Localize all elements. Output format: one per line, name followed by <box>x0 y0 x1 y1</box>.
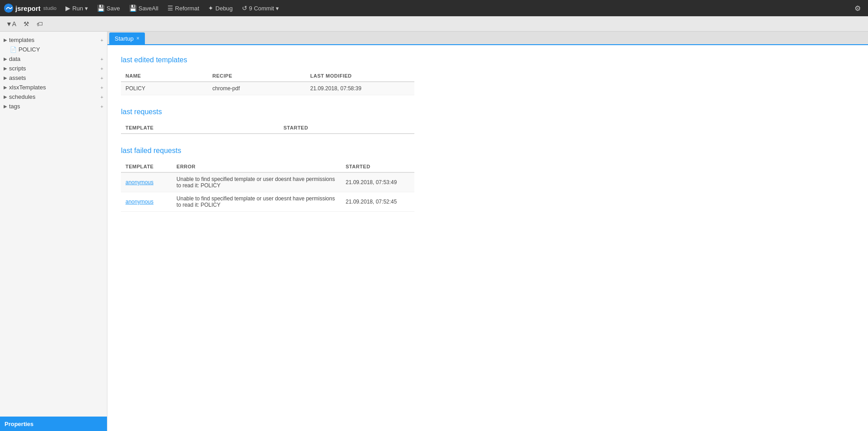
settings-button[interactable]: ⚙ <box>851 2 864 14</box>
save-button[interactable]: 💾 Save <box>93 3 124 14</box>
anonymous-link-1[interactable]: anonymous <box>125 179 153 185</box>
logo-icon <box>4 3 14 13</box>
sidebar-item-label: xlsxTemplates <box>9 84 99 91</box>
last-edited-header-row: NAME RECIPE LAST MODIFIED <box>121 70 414 82</box>
col-header-fail-started: STARTED <box>341 161 414 172</box>
last-failed-table: TEMPLATE ERROR STARTED anonymous Unable … <box>121 161 414 212</box>
tag-icon-button[interactable]: 🏷 <box>34 19 45 29</box>
app-studio: studio <box>43 5 56 11</box>
arrow-icon: ▶ <box>4 104 7 109</box>
cell-fail-started: 21.09.2018, 07:52:45 <box>341 192 414 212</box>
run-dropdown-icon: ▾ <box>85 5 88 12</box>
save-icon: 💾 <box>97 5 105 12</box>
sidebar-item-schedules[interactable]: ▶ schedules + <box>0 92 107 102</box>
app-name: jsreport <box>15 5 41 12</box>
col-header-fail-template: TEMPLATE <box>121 161 172 172</box>
saveall-button[interactable]: 💾 SaveAll <box>125 3 162 14</box>
toolbar: jsreport studio ▶ Run ▾ 💾 Save 💾 SaveAll… <box>0 0 868 16</box>
properties-panel[interactable]: Properties <box>0 417 107 431</box>
filter-icon-button[interactable]: ▼A <box>4 19 19 29</box>
sidebar-item-label: data <box>9 56 99 62</box>
app-logo: jsreport studio <box>4 3 56 13</box>
content-area: Startup × last edited templates NAME REC… <box>107 32 868 431</box>
cell-fail-error: Unable to find specified template or use… <box>172 192 341 212</box>
debug-icon: ✦ <box>208 5 214 12</box>
last-requests-table: TEMPLATE STARTED <box>121 122 414 134</box>
cell-recipe: chrome-pdf <box>208 82 306 95</box>
col-header-fail-error: ERROR <box>172 161 341 172</box>
startup-tab[interactable]: Startup × <box>109 32 145 44</box>
cell-name: POLICY <box>121 82 208 95</box>
col-header-lastmod: LAST MODIFIED <box>306 70 414 82</box>
sidebar-item-label: scripts <box>9 65 99 72</box>
cell-lastmod: 21.09.2018, 07:58:39 <box>306 82 414 95</box>
sidebar-item-templates[interactable]: ▶ templates + <box>0 35 107 45</box>
main-layout: ▶ templates + 📄 POLICY ▶ data + ▶ script… <box>0 32 868 431</box>
tools-icon-button[interactable]: ⚒ <box>21 19 32 29</box>
commit-icon: ↺ <box>242 5 247 12</box>
filter-icon: ▼A <box>6 20 16 28</box>
arrow-icon: ▶ <box>4 75 7 80</box>
sidebar-item-tags[interactable]: ▶ tags + <box>0 102 107 111</box>
sidebar-item-xlsx-templates[interactable]: ▶ xlsxTemplates + <box>0 83 107 92</box>
anonymous-link-2[interactable]: anonymous <box>125 199 153 205</box>
sidebar-tree: ▶ templates + 📄 POLICY ▶ data + ▶ script… <box>0 32 107 417</box>
add-icon[interactable]: + <box>101 94 103 100</box>
reformat-button[interactable]: ☰ Reformat <box>164 3 203 14</box>
properties-label: Properties <box>5 421 33 427</box>
arrow-icon: ▶ <box>4 85 7 90</box>
add-icon[interactable]: + <box>101 66 103 71</box>
tab-label: Startup <box>115 35 134 42</box>
last-requests-header-row: TEMPLATE STARTED <box>121 122 414 134</box>
tabbar: Startup × <box>107 32 868 45</box>
cell-fail-started: 21.09.2018, 07:53:49 <box>341 172 414 192</box>
sidebar-item-label: tags <box>9 103 99 110</box>
sidebar-item-label: schedules <box>9 93 99 100</box>
last-failed-title: last failed requests <box>121 147 854 155</box>
sidebar-item-scripts[interactable]: ▶ scripts + <box>0 64 107 73</box>
add-icon[interactable]: + <box>101 75 103 81</box>
cell-fail-template[interactable]: anonymous <box>121 172 172 192</box>
col-header-template: TEMPLATE <box>121 122 279 134</box>
commit-dropdown-icon: ▾ <box>276 5 279 12</box>
sidebar: ▶ templates + 📄 POLICY ▶ data + ▶ script… <box>0 32 107 431</box>
last-edited-thead: NAME RECIPE LAST MODIFIED <box>121 70 414 82</box>
saveall-icon: 💾 <box>129 5 137 12</box>
run-icon: ▶ <box>65 5 70 12</box>
sidebar-item-policy[interactable]: 📄 POLICY <box>0 45 107 54</box>
arrow-icon: ▶ <box>4 56 7 61</box>
tools-icon: ⚒ <box>23 20 29 28</box>
col-header-recipe: RECIPE <box>208 70 306 82</box>
last-failed-tbody: anonymous Unable to find specified templ… <box>121 172 414 212</box>
debug-button[interactable]: ✦ Debug <box>204 3 236 14</box>
reformat-icon: ☰ <box>167 5 173 12</box>
add-icon[interactable]: + <box>101 37 103 43</box>
add-icon[interactable]: + <box>101 85 103 90</box>
iconbar: ▼A ⚒ 🏷 <box>0 16 868 32</box>
col-header-started: STARTED <box>279 122 414 134</box>
arrow-icon: ▶ <box>4 37 7 42</box>
commit-button[interactable]: ↺ 9 Commit ▾ <box>238 3 283 14</box>
sidebar-item-label: templates <box>9 37 99 43</box>
close-tab-button[interactable]: × <box>136 35 139 42</box>
cell-fail-template[interactable]: anonymous <box>121 192 172 212</box>
arrow-icon: ▶ <box>4 94 7 99</box>
table-row: anonymous Unable to find specified templ… <box>121 192 414 212</box>
policy-label: POLICY <box>19 46 103 53</box>
last-requests-title: last requests <box>121 108 854 116</box>
sidebar-item-label: assets <box>9 74 99 81</box>
add-icon[interactable]: + <box>101 56 103 62</box>
file-icon: 📄 <box>10 46 17 53</box>
last-edited-tbody: POLICY chrome-pdf 21.09.2018, 07:58:39 <box>121 82 414 95</box>
last-failed-header-row: TEMPLATE ERROR STARTED <box>121 161 414 172</box>
table-row: anonymous Unable to find specified templ… <box>121 172 414 192</box>
sidebar-item-assets[interactable]: ▶ assets + <box>0 73 107 83</box>
last-edited-title: last edited templates <box>121 56 854 64</box>
tag-icon: 🏷 <box>37 20 43 28</box>
sidebar-item-data[interactable]: ▶ data + <box>0 54 107 64</box>
last-failed-thead: TEMPLATE ERROR STARTED <box>121 161 414 172</box>
add-icon[interactable]: + <box>101 104 103 109</box>
last-edited-table: NAME RECIPE LAST MODIFIED POLICY chrome-… <box>121 70 414 95</box>
arrow-icon: ▶ <box>4 66 7 71</box>
run-button[interactable]: ▶ Run ▾ <box>62 3 92 14</box>
